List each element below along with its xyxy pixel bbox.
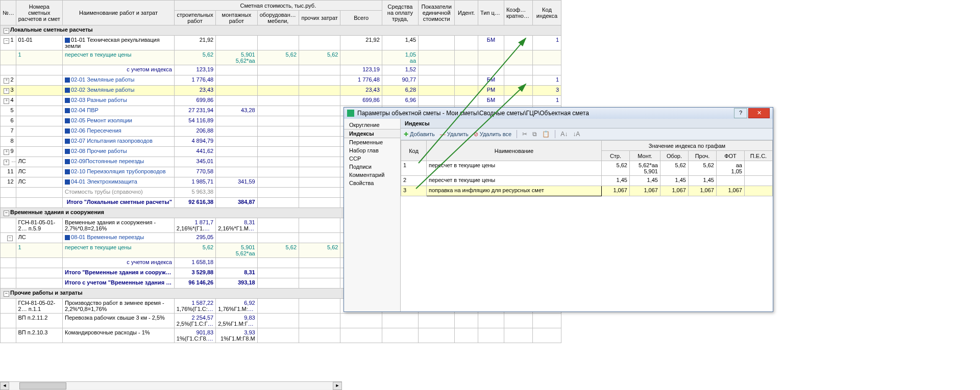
copy-icon[interactable]: ⧉ <box>532 131 537 138</box>
sidebar-item[interactable]: Комментарий <box>344 171 400 179</box>
cell: 295,05 <box>174 233 215 243</box>
cell <box>299 147 340 157</box>
add-button[interactable]: Добавить <box>404 131 435 138</box>
cut-icon[interactable]: ✂ <box>522 131 527 138</box>
collapse-icon[interactable]: − <box>4 28 9 34</box>
cell[interactable]: поправка на инфляцию для ресурсных смет <box>427 186 602 196</box>
dialog-sidebar[interactable]: ОкруглениеИндексыПеременныеНабор главССР… <box>344 119 401 311</box>
col-vsego[interactable]: Всего <box>340 11 382 25</box>
table-row[interactable]: −101-0101-01 Техническая рекультивация з… <box>1 36 561 50</box>
cell: ЛС <box>16 233 63 243</box>
index-grid[interactable]: Код Наименование Значение индекса по гра… <box>401 140 773 311</box>
table-row[interactable]: ВП п.2.11.2Перевозка рабочих свыше 3 км … <box>1 314 561 328</box>
icol-zn[interactable]: Значение индекса по графам <box>601 141 772 151</box>
cell: 5,62 <box>257 243 299 258</box>
expand-icon[interactable]: + <box>4 149 9 155</box>
col-npp[interactable]: № п.п <box>1 1 16 25</box>
icol-kod[interactable]: Код <box>401 141 427 161</box>
cell: с учетом индекса <box>63 65 175 75</box>
cell <box>16 198 63 208</box>
cell <box>455 65 478 75</box>
cell: 901,831%(Г1.С:Г8.С-… <box>174 328 215 343</box>
col-tip[interactable]: Тип цены <box>478 1 504 25</box>
index-row[interactable]: 1пересчет в текущие цены5,625,62*аа5,901… <box>401 161 773 176</box>
col-stroi[interactable]: строительных работ <box>174 11 215 25</box>
icol-fot[interactable]: ФОТ <box>716 151 744 161</box>
col-nomera[interactable]: Номера сметных расчетов и смет <box>16 1 63 25</box>
cell: 02-10 Переизоляция трубопроводов <box>63 167 175 177</box>
cell <box>299 167 340 177</box>
sort-asc-icon[interactable]: A↓ <box>560 131 568 138</box>
sidebar-item[interactable]: Округление <box>344 121 400 129</box>
col-proch[interactable]: прочих затрат <box>299 11 340 25</box>
index-row[interactable]: 2пересчет в текущие цены1,451,451,451,45 <box>401 176 773 186</box>
cell: Стоимость трубы (справочно) <box>63 188 175 198</box>
table-row[interactable]: +302-02 Земляные работы23,4323,436,28РМ3 <box>1 86 561 96</box>
col-sred[interactable]: Средства на оплату труда, <box>382 1 418 25</box>
horizontal-scrollbar[interactable]: ◄ ► <box>0 381 342 390</box>
icol-pes[interactable]: П.Е.С. <box>744 151 772 161</box>
cell: 1 <box>532 75 561 86</box>
cell <box>504 314 532 328</box>
sidebar-item[interactable]: Свойства <box>344 179 400 187</box>
col-obor[interactable]: оборудования, мебели, <box>257 11 299 25</box>
cell <box>419 65 455 75</box>
scroll-right-button[interactable]: ► <box>333 382 342 390</box>
table-row[interactable]: −Локальные сметные расчеты <box>1 25 561 36</box>
help-button[interactable]: ? <box>734 108 747 118</box>
cell <box>299 137 340 147</box>
delete-button[interactable]: Удалить <box>440 131 469 137</box>
cell: 1 776,48 <box>340 75 382 86</box>
collapse-icon[interactable]: − <box>4 211 9 216</box>
cell <box>478 314 504 328</box>
table-row[interactable]: +202-01 Земляные работы1 776,481 776,489… <box>1 75 561 86</box>
sidebar-item[interactable]: Переменные <box>344 138 400 146</box>
expand-icon[interactable]: + <box>4 160 9 165</box>
icol-name[interactable]: Наименование <box>427 141 602 161</box>
expand-icon[interactable]: + <box>4 98 9 104</box>
section-header[interactable]: −Локальные сметные расчеты <box>1 25 561 36</box>
col-name[interactable]: Наименование работ и затрат <box>63 1 175 25</box>
doc-icon <box>65 118 70 123</box>
cell: 1 658,18 <box>174 258 215 268</box>
scroll-left-button[interactable]: ◄ <box>0 382 9 390</box>
cell <box>299 65 340 75</box>
table-row[interactable]: с учетом индекса123,19123,191,52 <box>1 65 561 75</box>
sidebar-item[interactable]: Подписи <box>344 163 400 171</box>
col-cost-group[interactable]: Сметная стоимость, тыс.руб. <box>174 1 382 11</box>
cell: ЛС <box>16 157 63 167</box>
cell: 1 <box>532 36 561 50</box>
table-row[interactable]: 1пересчет в текущие цены5,625,9015,62*аа… <box>1 50 561 65</box>
col-koef[interactable]: Коэффици… кратности <box>504 1 532 25</box>
sort-desc-icon[interactable]: ↓A <box>573 131 580 138</box>
collapse-icon[interactable]: − <box>7 236 13 241</box>
paste-icon[interactable]: 📋 <box>542 131 550 138</box>
cell <box>216 137 257 147</box>
icol-proch[interactable]: Проч. <box>688 151 716 161</box>
icol-mont[interactable]: Монт. <box>629 151 660 161</box>
sidebar-item[interactable]: Индексы <box>344 129 400 138</box>
cell <box>455 328 478 343</box>
table-row[interactable]: ВП п.2.10.3Командировочные расходы - 1%9… <box>1 328 561 343</box>
dialog-titlebar[interactable]: Параметры объектной сметы - Мои сметы\Св… <box>344 108 773 119</box>
table-row[interactable]: +402-03 Разные работы699,86699,866,96БМ1 <box>1 96 561 106</box>
cell <box>257 96 299 106</box>
cell <box>216 86 257 96</box>
expand-icon[interactable]: + <box>4 88 9 94</box>
sidebar-item[interactable]: Набор глав <box>344 146 400 154</box>
icol-str[interactable]: Стр. <box>601 151 629 161</box>
close-button[interactable]: ✕ <box>748 108 770 118</box>
col-kod[interactable]: Код индекса <box>532 1 561 25</box>
sidebar-item[interactable]: ССР <box>344 154 400 163</box>
index-row[interactable]: 3поправка на инфляцию для ресурсных смет… <box>401 186 773 196</box>
collapse-icon[interactable]: − <box>4 291 9 297</box>
delete-all-button[interactable]: Удалить все <box>474 131 511 138</box>
expand-icon[interactable]: + <box>4 78 9 84</box>
col-pokaz[interactable]: Показатели единичной стоимости <box>419 1 455 25</box>
cell <box>455 50 478 65</box>
scroll-thumb[interactable] <box>19 382 66 389</box>
col-ident[interactable]: Идент. <box>455 1 478 25</box>
col-mont[interactable]: монтажных работ <box>216 11 257 25</box>
collapse-icon[interactable]: − <box>4 38 9 44</box>
icol-obor[interactable]: Обор. <box>660 151 688 161</box>
